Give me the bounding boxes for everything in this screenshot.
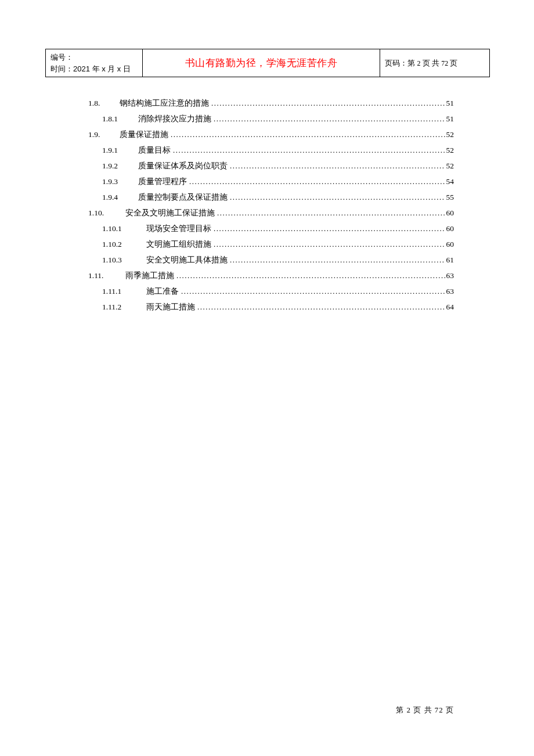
toc-title: 质量保证措施: [120, 127, 168, 142]
toc-title: 雨天施工措施: [146, 299, 195, 315]
toc-number: 1.10.1: [102, 221, 146, 236]
toc-page-number: 60: [445, 221, 454, 236]
toc-page-number: 51: [445, 111, 454, 127]
footer-total: 72: [435, 705, 443, 714]
header-left-cell: 编号： 时间：2021 年 x 月 x 日: [46, 49, 143, 77]
toc-leader-dots: ........................................…: [181, 284, 445, 299]
page-label-prefix: 页码：第: [385, 59, 415, 67]
toc-entry: 1.11.2雨天施工措施............................…: [88, 299, 454, 315]
toc-page-number: 55: [445, 189, 454, 205]
page-label-mid: 页 共: [423, 59, 439, 67]
toc-leader-dots: ........................................…: [171, 127, 445, 142]
toc-number: 1.8.1: [102, 111, 138, 127]
toc-leader-dots: ........................................…: [217, 206, 445, 221]
toc-page-number: 63: [445, 283, 454, 299]
toc-title: 质量控制要点及保证措施: [138, 189, 228, 205]
toc-title: 现场安全管理目标: [146, 221, 211, 236]
toc-entry: 1.10.安全及文明施工保证措施........................…: [88, 205, 454, 221]
toc-leader-dots: ........................................…: [189, 174, 445, 189]
toc-number: 1.9.4: [102, 189, 138, 205]
toc-leader-dots: ........................................…: [176, 268, 445, 283]
page-current: 2: [417, 59, 420, 67]
toc-leader-dots: ........................................…: [197, 300, 445, 315]
toc-number: 1.9.2: [102, 158, 138, 174]
toc-leader-dots: ........................................…: [173, 143, 445, 158]
toc-entry: 1.8.1消除焊接次应力措施..........................…: [88, 111, 454, 127]
toc-number: 1.10.3: [102, 252, 146, 268]
toc-page-number: 60: [445, 236, 454, 252]
header-motto: 书山有路勤为径，学海无涯苦作舟: [185, 57, 338, 69]
toc-page-number: 64: [445, 299, 454, 315]
header-right-cell: 页码：第 2 页 共 72 页: [380, 49, 490, 77]
toc-page-number: 61: [445, 252, 454, 268]
toc-title: 质量保证体系及岗位职责: [138, 158, 228, 174]
toc-entry: 1.9.4质量控制要点及保证措施........................…: [88, 189, 454, 205]
toc-leader-dots: ........................................…: [230, 253, 445, 268]
toc-number: 1.11.2: [102, 299, 146, 315]
toc-entry: 1.10.1现场安全管理目标..........................…: [88, 221, 454, 236]
toc-number: 1.11.1: [102, 283, 146, 299]
page-label-suffix: 页: [450, 59, 457, 67]
page-total: 72: [441, 59, 448, 67]
toc-title: 施工准备: [146, 283, 179, 299]
toc-page-number: 63: [445, 268, 454, 283]
toc-page-number: 60: [445, 205, 454, 221]
toc-number: 1.9.3: [102, 174, 138, 189]
toc-title: 钢结构施工应注意的措施: [120, 95, 209, 111]
toc-leader-dots: ........................................…: [230, 190, 445, 205]
toc-leader-dots: ........................................…: [214, 111, 445, 127]
toc-number: 1.10.: [88, 205, 125, 221]
toc-page-number: 51: [445, 95, 454, 111]
toc-leader-dots: ........................................…: [214, 237, 445, 252]
toc-entry: 1.10.2文明施工组织措施..........................…: [88, 236, 454, 252]
table-of-contents: 1.8.钢结构施工应注意的措施.........................…: [88, 95, 454, 315]
toc-number: 1.10.2: [102, 236, 146, 252]
header-table: 编号： 时间：2021 年 x 月 x 日 书山有路勤为径，学海无涯苦作舟 页码…: [45, 49, 490, 77]
toc-page-number: 52: [445, 158, 454, 174]
toc-leader-dots: ........................................…: [214, 221, 445, 236]
toc-title: 安全文明施工具体措施: [146, 252, 228, 268]
toc-title: 质量目标: [138, 142, 171, 158]
toc-number: 1.11.: [88, 268, 125, 283]
toc-entry: 1.9.3质量管理程序.............................…: [88, 174, 454, 189]
toc-page-number: 52: [445, 127, 454, 142]
toc-title: 雨季施工措施: [125, 268, 174, 283]
header-code-label: 编号：: [50, 52, 138, 63]
toc-entry: 1.9.质量保证措施..............................…: [88, 127, 454, 142]
toc-entry: 1.9.1质量目标...............................…: [88, 142, 454, 158]
page-footer: 第 2 页 共 72 页: [396, 705, 454, 715]
toc-title: 文明施工组织措施: [146, 236, 211, 252]
toc-title: 安全及文明施工保证措施: [125, 205, 215, 221]
toc-page-number: 52: [445, 142, 454, 158]
toc-number: 1.9.: [88, 127, 120, 142]
toc-entry: 1.11.雨季施工措施.............................…: [88, 268, 454, 283]
toc-entry: 1.10.3安全文明施工具体措施........................…: [88, 252, 454, 268]
toc-leader-dots: ........................................…: [211, 96, 445, 111]
footer-mid: 页 共: [413, 705, 432, 714]
toc-page-number: 54: [445, 174, 454, 189]
toc-entry: 1.9.2质量保证体系及岗位职责........................…: [88, 158, 454, 174]
toc-entry: 1.11.1施工准备..............................…: [88, 283, 454, 299]
toc-leader-dots: ........................................…: [230, 159, 445, 174]
footer-prefix: 第: [396, 705, 404, 714]
toc-number: 1.8.: [88, 95, 120, 111]
toc-number: 1.9.1: [102, 142, 138, 158]
toc-title: 质量管理程序: [138, 174, 187, 189]
toc-entry: 1.8.钢结构施工应注意的措施.........................…: [88, 95, 454, 111]
footer-suffix: 页: [446, 705, 454, 714]
footer-page: 2: [407, 705, 412, 714]
header-date-label: 时间：2021 年 x 月 x 日: [50, 63, 138, 75]
toc-title: 消除焊接次应力措施: [138, 111, 211, 127]
header-center-cell: 书山有路勤为径，学海无涯苦作舟: [142, 49, 380, 77]
